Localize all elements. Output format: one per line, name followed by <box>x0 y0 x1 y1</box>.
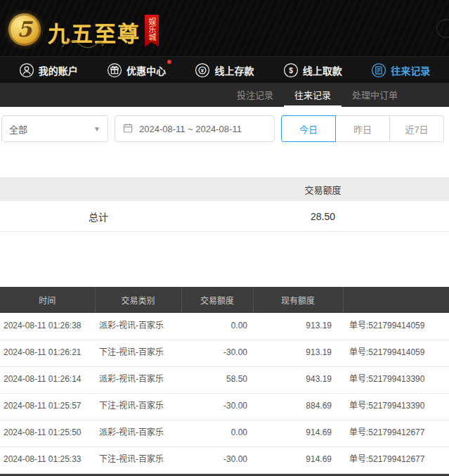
cell-time: 2024-08-11 01:26:21 <box>0 340 95 366</box>
tab-transaction-records[interactable]: 往来记录 <box>284 83 341 107</box>
col-header-note <box>343 287 449 313</box>
nav-item-withdraw[interactable]: $ 线上取款 <box>283 63 342 78</box>
category-select[interactable]: 全部 ▼ <box>1 115 108 142</box>
table-row: 2024-08-11 01:26:38 派彩-视讯-百家乐 0.00 913.1… <box>0 313 449 340</box>
date-range-value: 2024-08-11 ~ 2024-08-11 <box>139 124 242 134</box>
tab-processing-orders[interactable]: 处理中订单 <box>341 83 408 107</box>
cell-balance: 914.69 <box>253 420 343 446</box>
nav-label: 我的账户 <box>39 63 78 77</box>
cell-balance: 914.69 <box>253 446 343 473</box>
cell-time: 2024-08-11 01:25:50 <box>0 420 95 446</box>
service-icon[interactable] <box>436 19 449 38</box>
summary-section: 交易额度 总计 28.50 <box>0 177 449 232</box>
nav-item-records[interactable]: 往来记录 <box>371 63 430 78</box>
cell-amount: -30.00 <box>181 340 253 366</box>
nav-label: 线上取款 <box>303 63 342 77</box>
main-nav: 我的账户 优惠中心 ¥ <box>0 56 449 83</box>
nav-label: 线上存款 <box>214 63 254 77</box>
brand-badge: 娱乐城 <box>145 15 159 47</box>
col-header-time: 时间 <box>0 287 95 313</box>
records-table: 时间 交易类别 交易额度 现有额度 2024-08-11 01:26:38 派彩… <box>0 287 449 474</box>
cell-note: 单号:521799412677 <box>343 446 449 473</box>
table-header-row: 时间 交易类别 交易额度 现有额度 <box>0 287 449 313</box>
cell-note: 单号:521799414059 <box>343 313 449 340</box>
flourish-ornament <box>60 38 105 51</box>
cell-note: 单号:521799412677 <box>343 420 449 446</box>
calendar-icon <box>122 122 134 136</box>
cell-amount: -30.00 <box>181 446 253 473</box>
cell-time: 2024-08-11 01:26:38 <box>0 313 95 340</box>
summary-header-label: 交易额度 <box>197 183 449 196</box>
cell-amount: 0.00 <box>181 420 253 446</box>
nav-item-promotions[interactable]: 优惠中心 <box>107 63 166 78</box>
col-header-amount: 交易额度 <box>181 287 253 313</box>
cell-balance: 913.19 <box>253 340 343 366</box>
date-range-input[interactable]: 2024-08-11 ~ 2024-08-11 <box>115 115 275 142</box>
summary-total-label: 总计 <box>0 210 197 224</box>
cell-type: 派彩-视讯-百家乐 <box>95 420 181 446</box>
withdraw-icon: $ <box>283 63 299 78</box>
cell-amount: 58.50 <box>181 366 253 393</box>
table-row: 2024-08-11 01:26:14 派彩-视讯-百家乐 58.50 943.… <box>0 366 449 393</box>
col-header-type: 交易类别 <box>95 287 181 313</box>
summary-total-row: 总计 28.50 <box>0 201 449 232</box>
cell-time: 2024-08-11 01:25:57 <box>0 393 95 420</box>
cell-note: 单号:521799414059 <box>343 340 449 366</box>
table-row: 2024-08-11 01:25:57 下注-视讯-百家乐 -30.00 884… <box>0 393 449 420</box>
deposit-icon: ¥ <box>195 63 210 78</box>
cell-note: 单号:521799413390 <box>343 393 449 420</box>
summary-total-value: 28.50 <box>197 211 449 222</box>
cell-type: 下注-视讯-百家乐 <box>95 446 181 473</box>
cell-type: 派彩-视讯-百家乐 <box>95 313 181 340</box>
site-header: 5 九五至尊 娱乐城 <box>0 0 449 56</box>
quick-range-group: 今日 昨日 近7日 <box>281 115 444 142</box>
page: 5 九五至尊 娱乐城 我的账户 <box>0 0 449 476</box>
table-row: 2024-08-11 01:25:33 下注-视讯-百家乐 -30.00 914… <box>0 446 449 473</box>
cell-type: 下注-视讯-百家乐 <box>95 393 181 420</box>
cell-note: 单号:521799413390 <box>343 366 449 393</box>
category-select-value: 全部 <box>9 122 27 136</box>
brand-coin-icon: 5 <box>8 13 41 46</box>
gift-icon <box>107 63 122 78</box>
svg-text:¥: ¥ <box>201 67 204 73</box>
table-row: 2024-08-11 01:25:50 派彩-视讯-百家乐 0.00 914.6… <box>0 420 449 446</box>
cell-time: 2024-08-11 01:26:14 <box>0 366 95 393</box>
cell-balance: 913.19 <box>253 313 343 340</box>
summary-header-row: 交易额度 <box>0 177 449 201</box>
last7days-button[interactable]: 近7日 <box>389 115 444 142</box>
cell-type: 派彩-视讯-百家乐 <box>95 366 181 393</box>
filter-bar: 全部 ▼ 2024-08-11 ~ 2024-08-11 今日 昨日 近7日 <box>0 107 449 150</box>
notification-dot <box>167 60 171 64</box>
chevron-down-icon: ▼ <box>93 125 100 133</box>
cell-balance: 943.19 <box>253 366 343 393</box>
nav-label: 优惠中心 <box>126 63 166 77</box>
cell-time: 2024-08-11 01:25:33 <box>0 446 95 473</box>
nav-item-my-account[interactable]: 我的账户 <box>19 63 78 78</box>
sub-tabs: 投注记录 往来记录 处理中订单 <box>0 83 449 107</box>
nav-item-deposit[interactable]: ¥ 线上存款 <box>195 63 254 78</box>
cell-amount: 0.00 <box>181 313 253 340</box>
col-header-balance: 现有额度 <box>253 287 343 313</box>
today-button[interactable]: 今日 <box>281 115 336 142</box>
nav-label: 往来记录 <box>391 63 430 77</box>
yesterday-button[interactable]: 昨日 <box>335 115 390 142</box>
user-icon <box>19 63 34 78</box>
table-row: 2024-08-11 01:26:21 下注-视讯-百家乐 -30.00 913… <box>0 340 449 366</box>
next-section-edge <box>0 474 449 476</box>
svg-text:$: $ <box>289 66 293 74</box>
tab-betting-records[interactable]: 投注记录 <box>226 83 284 107</box>
cell-balance: 884.69 <box>253 393 343 420</box>
records-icon <box>371 63 386 78</box>
cell-amount: -30.00 <box>181 393 253 420</box>
cell-type: 下注-视讯-百家乐 <box>95 340 181 366</box>
